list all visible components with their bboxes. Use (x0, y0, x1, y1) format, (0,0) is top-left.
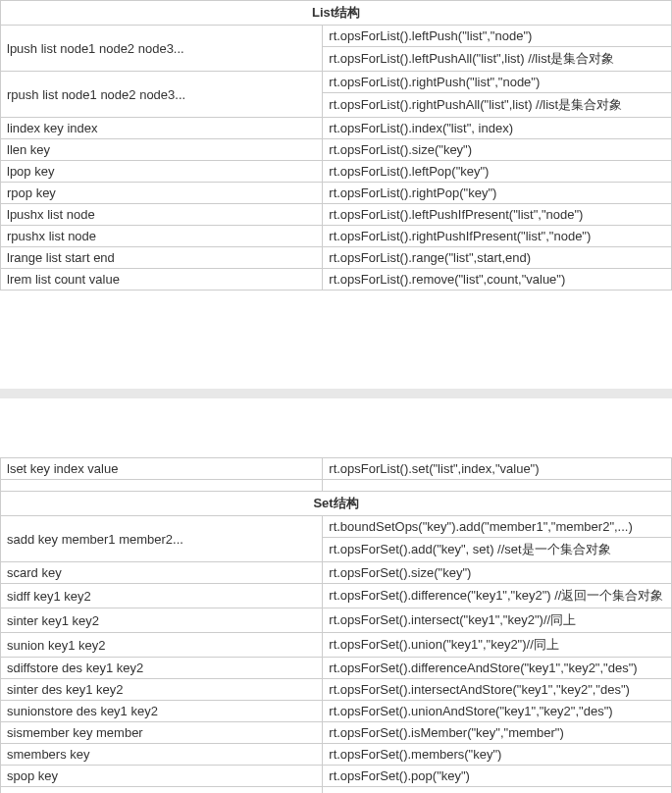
command-cell: lpushx list node (1, 204, 323, 226)
command-cell: lrem list count value (1, 269, 323, 291)
api-cell: rt.opsForSet().union("key1","key2")//同上 (323, 633, 672, 658)
command-cell: lpop key (1, 161, 323, 183)
api-cell: rt.opsForSet().pop("key") (323, 766, 672, 787)
command-cell: lindex key index (1, 118, 323, 139)
api-cell: rt.boundSetOps("key").add("member1","mem… (323, 516, 672, 538)
api-cell: rt.opsForList().rightPop("key") (323, 183, 672, 204)
command-cell: srandmember key count (1, 787, 323, 794)
api-cell: rt.opsForSet().isMember("key","member") (323, 722, 672, 744)
api-cell: rt.opsForSet().intersect("key1","key2")/… (323, 608, 672, 633)
api-cell: rt.opsForList().leftPush("list","node") (323, 26, 672, 47)
api-cell: rt.opsForList().rightPushAll("list",list… (323, 93, 672, 118)
set-table: lset key index valuert.opsForList().set(… (0, 457, 672, 793)
api-cell: rt.opsForList().size("key") (323, 139, 672, 161)
command-cell: smembers key (1, 744, 323, 766)
list-table: List结构lpush list node1 node2 node3...rt.… (0, 0, 672, 291)
empty-cell (1, 480, 323, 492)
command-cell: sdiffstore des key1 key2 (1, 658, 323, 679)
separator-gap-top (0, 291, 672, 389)
command-cell: sinter des key1 key2 (1, 679, 323, 701)
command-cell: spop key (1, 766, 323, 787)
command-cell: sadd key member1 member2... (1, 516, 323, 562)
api-cell: rt.opsForSet().size("key") (323, 562, 672, 584)
command-cell: sinter key1 key2 (1, 608, 323, 633)
api-cell: rt.opsForSet().members("key") (323, 744, 672, 766)
command-cell: sunionstore des key1 key2 (1, 701, 323, 722)
command-cell: llen key (1, 139, 323, 161)
table-header-list: List结构 (1, 1, 672, 26)
api-cell: rt.opsForSet().intersectAndStore("key1",… (323, 679, 672, 701)
api-cell: rt.opsForList().range("list",start,end) (323, 247, 672, 269)
api-cell: rt.opsForList().index("list", index) (323, 118, 672, 139)
api-cell: rt.opsForSet().difference("key1","key2")… (323, 584, 672, 608)
command-cell: rpushx list node (1, 226, 323, 247)
api-cell: rt.opsForSet().differenceAndStore("key1"… (323, 658, 672, 679)
api-cell: rt.opsForList().set("list",index,"value"… (323, 458, 672, 480)
api-cell: rt.opsForList().remove("list",count,"val… (323, 269, 672, 291)
command-cell: sidff key1 key2 (1, 584, 323, 608)
table-header-set: Set结构 (1, 492, 672, 516)
api-cell: rt.opsForList().leftPushAll("list",list)… (323, 47, 672, 72)
command-cell: sunion key1 key2 (1, 633, 323, 658)
separator-bar (0, 389, 672, 398)
api-cell: rt.opsForSet().unionAndStore("key1","key… (323, 701, 672, 722)
command-cell: lpush list node1 node2 node3... (1, 26, 323, 72)
command-cell: rpop key (1, 183, 323, 204)
api-cell: rt.opsForList().leftPop("key") (323, 161, 672, 183)
api-cell: rt.opsForSet().randomMember("key",count) (323, 787, 672, 794)
command-cell: lset key index value (1, 458, 323, 480)
separator-gap-bottom (0, 398, 672, 457)
command-cell: scard key (1, 562, 323, 584)
empty-cell (323, 480, 672, 492)
api-cell: rt.opsForList().rightPushIfPresent("list… (323, 226, 672, 247)
command-cell: sismember key member (1, 722, 323, 744)
command-cell: rpush list node1 node2 node3... (1, 72, 323, 118)
api-cell: rt.opsForList().rightPush("list","node") (323, 72, 672, 93)
api-cell: rt.opsForSet().add("key", set) //set是一个集… (323, 538, 672, 562)
api-cell: rt.opsForList().leftPushIfPresent("list"… (323, 204, 672, 226)
command-cell: lrange list start end (1, 247, 323, 269)
